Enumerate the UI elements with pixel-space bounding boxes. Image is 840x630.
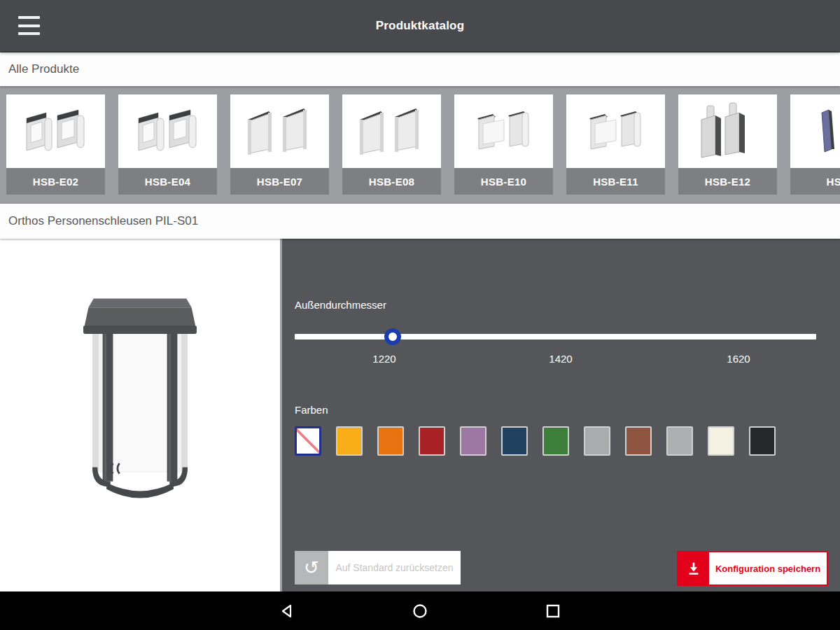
product-card-label: HSB-E12: [678, 168, 777, 195]
reset-to-default-button[interactable]: ↺ Auf Standard zurücksetzen: [295, 551, 461, 584]
color-swatch-mauve[interactable]: [460, 426, 486, 456]
all-products-header: Alle Produkte: [0, 52, 840, 86]
home-icon[interactable]: [412, 603, 428, 620]
product-card-label: HSB-E07: [230, 168, 329, 195]
security-portal-render: [76, 289, 204, 507]
product-card-hsb-e02[interactable]: HSB-E02: [6, 94, 105, 204]
reset-button-label: Auf Standard zurücksetzen: [328, 551, 461, 584]
product-thumbnail: [790, 94, 840, 168]
produktkatalog-app: Produktkatalog Alle Produkte HSB-E02 HSB…: [0, 0, 840, 630]
product-carousel[interactable]: HSB-E02 HSB-E04 HSB-E07 HSB-E08 HSB-E10: [0, 86, 840, 204]
product-card-hsb-e04[interactable]: HSB-E04: [118, 94, 217, 204]
product-detail-header: Orthos Personenschleusen PIL-S01: [0, 204, 840, 239]
color-swatch-amber[interactable]: [336, 426, 363, 456]
reset-icon: ↺: [295, 551, 328, 584]
detail-section: Außendurchmesser 1220 1420 1620 Farben: [0, 239, 840, 592]
product-thumbnail: [342, 94, 441, 168]
color-swatch-orange[interactable]: [377, 426, 404, 456]
configurator-panel: Außendurchmesser 1220 1420 1620 Farben: [282, 239, 840, 592]
column-gate-icon: [686, 100, 770, 163]
color-swatch-gray[interactable]: [584, 426, 610, 456]
color-swatch-green[interactable]: [542, 426, 569, 456]
product-card-label: HSB-: [790, 168, 840, 195]
diameter-label: Außendurchmesser: [295, 299, 386, 311]
speed-gate-icon: [574, 100, 658, 163]
product-card-hsb-e07[interactable]: HSB-E07: [230, 94, 329, 204]
recents-icon[interactable]: [545, 603, 561, 620]
all-products-label: Alle Produkte: [8, 62, 79, 76]
product-card-hsb-e10[interactable]: HSB-E10: [454, 94, 553, 204]
product-detail-title: Orthos Personenschleusen PIL-S01: [8, 214, 198, 228]
color-swatch-navy[interactable]: [501, 426, 528, 456]
tick-1420: 1420: [549, 353, 572, 365]
product-thumbnail: [454, 94, 553, 168]
color-swatch-cream[interactable]: [708, 426, 734, 456]
product-card-label: HSB-E02: [6, 168, 105, 195]
color-swatch-dark-red[interactable]: [419, 426, 445, 456]
android-nav-bar: [0, 592, 840, 630]
product-thumbnail: [230, 94, 329, 168]
download-icon: [678, 552, 709, 584]
product-thumbnail: [566, 94, 665, 168]
product-card-hsb-e11[interactable]: HSB-E11: [566, 94, 665, 204]
product-card-hsb-e12[interactable]: HSB-E12: [678, 94, 777, 204]
save-configuration-button[interactable]: Konfiguration speichern: [677, 551, 828, 586]
product-thumbnail: [678, 94, 777, 168]
product-card-label: HSB-E10: [454, 168, 553, 195]
tick-1220: 1220: [372, 353, 396, 365]
page-title: Produktkatalog: [0, 0, 840, 51]
app-bar: Produktkatalog: [0, 0, 840, 51]
tick-1620: 1620: [727, 353, 750, 365]
product-thumbnail: [6, 94, 105, 168]
color-swatch-light-gray[interactable]: [666, 426, 693, 456]
product-thumbnail: [118, 94, 217, 168]
rail-gate-icon: [350, 100, 434, 163]
save-button-label: Konfiguration speichern: [709, 552, 827, 584]
glass-panel-gate-icon: [798, 100, 840, 163]
rail-gate-icon: [238, 100, 322, 163]
diameter-slider-thumb[interactable]: [384, 328, 401, 345]
diameter-tick-labels: 1220 1420 1620: [295, 353, 816, 367]
speed-gate-icon: [126, 100, 210, 163]
color-swatch-row: [295, 426, 776, 456]
product-3d-preview[interactable]: [0, 239, 282, 592]
product-card-hsb-e08[interactable]: HSB-E08: [342, 94, 441, 204]
speed-gate-icon: [462, 100, 546, 163]
color-swatch-none[interactable]: [295, 426, 321, 456]
color-swatch-brown[interactable]: [625, 426, 652, 456]
product-card-label: HSB-E04: [118, 168, 217, 195]
product-card-label: HSB-E11: [566, 168, 665, 195]
colors-label: Farben: [295, 404, 328, 416]
back-icon[interactable]: [279, 603, 296, 620]
product-card-label: HSB-E08: [342, 168, 441, 195]
color-swatch-black[interactable]: [749, 426, 776, 456]
diameter-slider[interactable]: [295, 334, 816, 340]
speed-gate-icon: [14, 100, 98, 163]
product-card-clipped[interactable]: HSB-: [790, 94, 840, 204]
